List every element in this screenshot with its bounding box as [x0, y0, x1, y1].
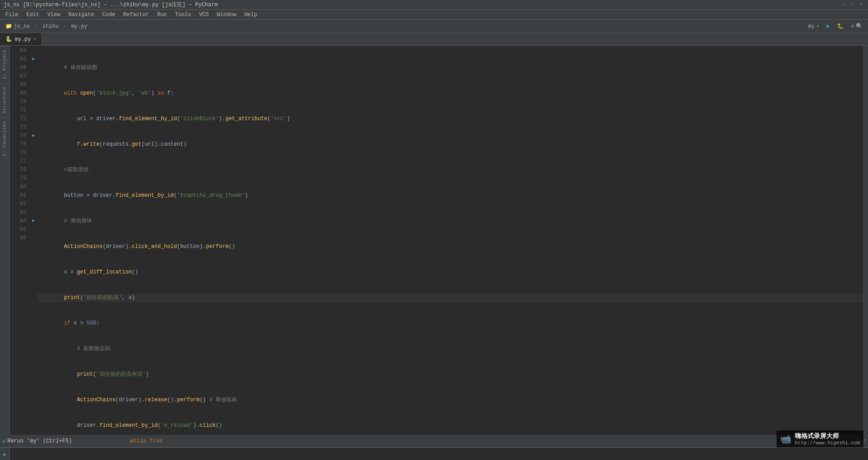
window-title: js_nx [D:\pycharm-files\js_nx] – ...\zhi… — [4, 1, 218, 9]
rerun-icon[interactable]: ↺ — [2, 437, 5, 445]
watermark-brand: 嗨格式录屏大师 — [795, 432, 860, 440]
main-layout: 1: Project Structure 2: Favorites 64 65 … — [0, 46, 868, 435]
menu-file[interactable]: File — [2, 11, 22, 19]
window-controls[interactable]: — □ × — [840, 2, 864, 8]
menubar: File Edit View Navigate Code Refactor Ru… — [0, 10, 868, 20]
run-output-area — [10, 448, 868, 460]
watermark-icon: 📹 — [780, 434, 791, 445]
code-line-78: driver.find_element_by_id('e_reload').cl… — [37, 421, 864, 430]
code-line-75: # 刷新验证码 — [37, 345, 864, 353]
bottom-panel: ▶ ≡ ⊞ ⊠ ↕ ✦ ✕ ? — [0, 447, 868, 460]
toolbar-breadcrumb2[interactable]: my.py — [69, 22, 90, 30]
toolbar-project[interactable]: 📁 js_nx — [3, 22, 33, 30]
editor-tabbar: 🐍 my.py × — [0, 33, 868, 46]
menu-code[interactable]: Code — [99, 11, 119, 19]
code-line-69: button = driver.find_element_by_id('tcap… — [37, 191, 864, 200]
code-line-77: ActionChains(driver).release().perform()… — [37, 396, 864, 404]
code-line-67: f.write(requests.get(url).content) — [37, 140, 864, 149]
search-everywhere-icon[interactable]: 🔍 — [856, 23, 863, 30]
editor-scrollbar[interactable] — [864, 46, 868, 435]
minimize-button[interactable]: — — [840, 2, 846, 8]
gutter: ▶ ▶ ▶ — [30, 46, 37, 435]
run-config-selector[interactable]: my ▾ — [805, 22, 822, 30]
line-numbers: 64 65 66 67 68 69 70 71 72 73 74 75 76 7… — [10, 46, 30, 435]
bottom-left-icons: ▶ ≡ ⊞ ⊠ ↕ ✦ ✕ ? — [0, 448, 10, 460]
code-line-72: x = get_diff_location() — [37, 268, 864, 277]
menu-window[interactable]: Window — [213, 11, 240, 19]
vtab-favorites[interactable]: 2: Favorites — [0, 117, 9, 160]
tab-close-icon[interactable]: × — [34, 37, 36, 42]
watermark: 📹 嗨格式录屏大师 http://www.higeshi.com — [777, 430, 864, 447]
run-play-icon[interactable]: ▶ — [0, 450, 9, 459]
close-button[interactable]: × — [858, 2, 864, 8]
vtab-project[interactable]: 1: Project — [0, 46, 9, 83]
menu-view[interactable]: View — [44, 11, 64, 19]
watermark-url: http://www.higeshi.com — [795, 440, 860, 446]
run-button[interactable]: ▶ — [824, 22, 833, 30]
menu-edit[interactable]: Edit — [23, 11, 43, 19]
code-line-71: ActionChains(driver).click_and_hold(butt… — [37, 243, 864, 251]
run-toolbar: ↺ Rerun 'my' (Ctrl+F5) while True ⚙ ⤢ — [0, 435, 868, 447]
debug-button[interactable]: 🐛 — [834, 22, 846, 30]
menu-help[interactable]: Help — [241, 11, 261, 19]
editor-area: 64 65 66 67 68 69 70 71 72 73 74 75 76 7… — [10, 46, 868, 435]
code-line-66: url = driver.find_element_by_id('slideBl… — [37, 115, 864, 123]
code-line-68: =获取滑块 — [37, 166, 864, 174]
editor-tab-mypy[interactable]: 🐍 my.py × — [0, 33, 42, 45]
toolbar-breadcrumb1[interactable]: zhihu — [40, 22, 61, 30]
bottom-content: ▶ ≡ ⊞ ⊠ ↕ ✦ ✕ ? — [0, 448, 868, 460]
toolbar-icons: ⚙ 🔍 — [848, 22, 865, 30]
code-line-70: # 滑动滑块 — [37, 217, 864, 226]
menu-run[interactable]: Run — [153, 11, 170, 19]
menu-refactor[interactable]: Refactor — [120, 11, 153, 19]
code-line-64: # 保存缺块图 — [37, 64, 864, 72]
code-line-74: if x > 500: — [37, 319, 864, 328]
vtab-structure[interactable]: Structure — [0, 83, 9, 117]
vertical-tabs: 1: Project Structure 2: Favorites — [0, 46, 10, 435]
code-editor[interactable]: 64 65 66 67 68 69 70 71 72 73 74 75 76 7… — [10, 46, 868, 435]
run-label: Rerun 'my' (Ctrl+F5) while True — [7, 438, 855, 444]
code-line-65: with open('block.jpg', 'wb') as f: — [37, 89, 864, 98]
menu-vcs[interactable]: VCS — [195, 11, 213, 19]
toolbar: 📁 js_nx › zhihu › my.py my ▾ ▶ 🐛 ⚙ 🔍 — [0, 20, 868, 33]
maximize-button[interactable]: □ — [849, 2, 855, 8]
menu-tools[interactable]: Tools — [171, 11, 195, 19]
titlebar: js_nx [D:\pycharm-files\js_nx] – ...\zhi… — [0, 0, 868, 10]
settings-icon[interactable]: ⚙ — [851, 23, 854, 30]
code-content[interactable]: # 保存缺块图 with open('block.jpg', 'wb') as … — [37, 46, 864, 435]
code-line-76: print('拟合前的距高有误') — [37, 370, 864, 379]
menu-navigate[interactable]: Navigate — [65, 11, 98, 19]
code-line-73: print('拟合前的距高', x) — [37, 294, 864, 302]
